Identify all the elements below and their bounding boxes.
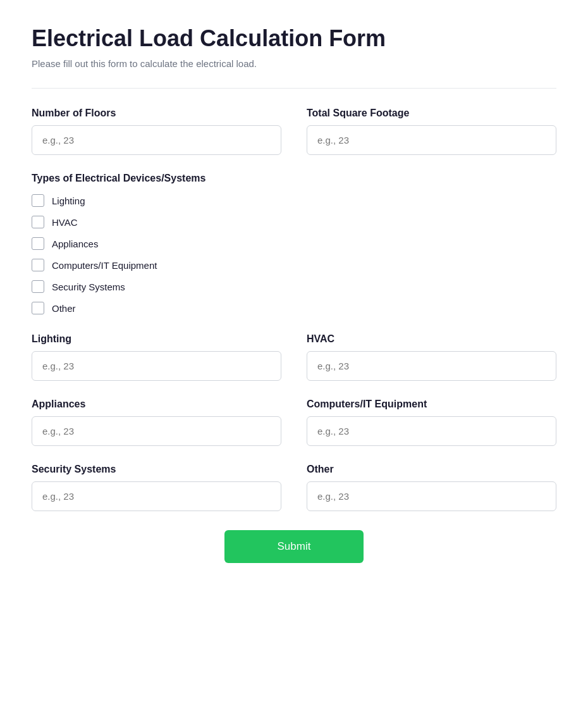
checkbox-appliances-label: Appliances (52, 238, 98, 249)
checkbox-lighting[interactable]: Lighting (32, 194, 556, 207)
hvac-group: HVAC (307, 333, 556, 381)
page-title: Electrical Load Calculation Form (32, 25, 556, 52)
checkbox-hvac-input[interactable] (32, 216, 44, 228)
checkbox-computers[interactable]: Computers/IT Equipment (32, 259, 556, 271)
security-other-row: Security Systems Other (32, 464, 556, 511)
checkbox-computers-label: Computers/IT Equipment (52, 260, 157, 271)
page-subtitle: Please fill out this form to calculate t… (32, 58, 556, 69)
floors-group: Number of Floors (32, 108, 281, 155)
appliances-group: Appliances (32, 399, 281, 446)
computers-input[interactable] (307, 416, 556, 446)
other-group: Other (307, 464, 556, 511)
footage-group: Total Square Footage (307, 108, 556, 155)
lighting-label: Lighting (32, 333, 281, 345)
footage-input[interactable] (307, 125, 556, 155)
appliances-label: Appliances (32, 399, 281, 410)
footage-label: Total Square Footage (307, 108, 556, 119)
floors-label: Number of Floors (32, 108, 281, 119)
lighting-input[interactable] (32, 351, 281, 381)
checkbox-computers-input[interactable] (32, 259, 44, 271)
checkbox-other-input[interactable] (32, 302, 44, 314)
checkbox-hvac[interactable]: HVAC (32, 216, 556, 228)
section-divider (32, 88, 556, 89)
checkbox-lighting-input[interactable] (32, 194, 44, 207)
lighting-group: Lighting (32, 333, 281, 381)
other-input[interactable] (307, 481, 556, 511)
security-group: Security Systems (32, 464, 281, 511)
appliances-input[interactable] (32, 416, 281, 446)
hvac-label: HVAC (307, 333, 556, 345)
appliances-computers-row: Appliances Computers/IT Equipment (32, 399, 556, 446)
floors-footage-row: Number of Floors Total Square Footage (32, 108, 556, 155)
devices-section-title: Types of Electrical Devices/Systems (32, 173, 556, 184)
lighting-hvac-row: Lighting HVAC (32, 333, 556, 381)
hvac-input[interactable] (307, 351, 556, 381)
checkbox-appliances-input[interactable] (32, 237, 44, 250)
devices-section: Types of Electrical Devices/Systems Ligh… (32, 173, 556, 314)
computers-label: Computers/IT Equipment (307, 399, 556, 410)
checkbox-other-label: Other (52, 303, 76, 314)
checkbox-other[interactable]: Other (32, 302, 556, 314)
security-input[interactable] (32, 481, 281, 511)
computers-group: Computers/IT Equipment (307, 399, 556, 446)
checkbox-appliances[interactable]: Appliances (32, 237, 556, 250)
submit-button[interactable]: Submit (224, 530, 364, 563)
checkbox-security[interactable]: Security Systems (32, 280, 556, 293)
submit-container: Submit (32, 530, 556, 588)
checkbox-hvac-label: HVAC (52, 217, 78, 228)
security-label: Security Systems (32, 464, 281, 475)
checkbox-security-input[interactable] (32, 280, 44, 293)
floors-input[interactable] (32, 125, 281, 155)
other-label: Other (307, 464, 556, 475)
checkbox-group: Lighting HVAC Appliances Computers/IT Eq… (32, 194, 556, 314)
checkbox-security-label: Security Systems (52, 282, 125, 292)
checkbox-lighting-label: Lighting (52, 195, 85, 206)
